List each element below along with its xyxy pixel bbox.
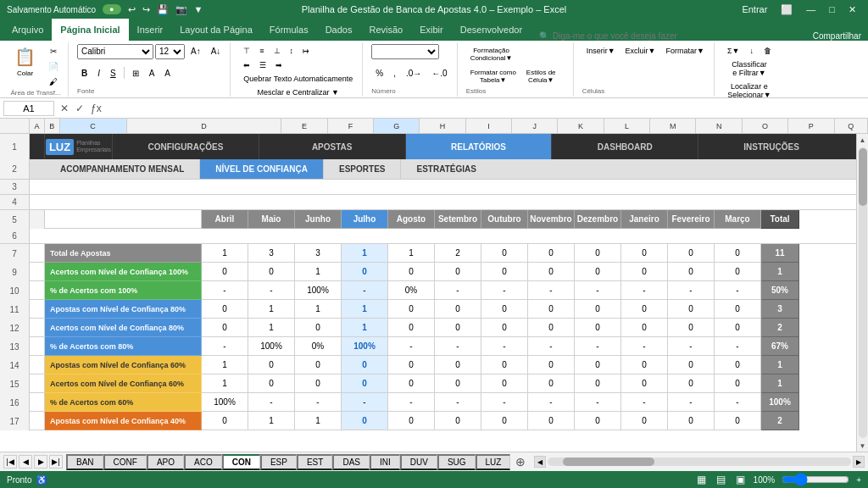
vertical-scrollbar[interactable]: ▲ ▼ — [856, 134, 868, 452]
cell-a-10[interactable] — [30, 281, 45, 300]
scroll-thumb[interactable] — [859, 148, 867, 207]
tab-exibir[interactable]: Exibir — [411, 19, 452, 41]
sheet-tab-esp[interactable]: ESP — [260, 454, 297, 470]
insert-function-button[interactable]: ƒx — [88, 103, 104, 114]
zoom-slider[interactable] — [782, 473, 849, 486]
cell-4-17[interactable]: 0 — [388, 412, 435, 430]
scroll-track[interactable] — [859, 147, 867, 438]
cell-10-12[interactable]: 0 — [668, 319, 715, 337]
cell-8-11[interactable]: 0 — [575, 300, 621, 319]
label-7[interactable]: Total de Apostas — [45, 244, 202, 263]
cell-7-13[interactable]: - — [528, 337, 575, 356]
tab-layout[interactable]: Layout da Página — [171, 19, 261, 41]
cell-0-13[interactable]: - — [202, 337, 248, 356]
align-left-button[interactable]: ⬅ — [239, 58, 254, 72]
sheet-tab-das[interactable]: DAS — [332, 454, 370, 470]
cell-4-7[interactable]: 1 — [388, 244, 435, 263]
autosave-toggle[interactable]: ● — [103, 4, 120, 14]
page-break-view-button[interactable]: ▣ — [734, 474, 747, 485]
cell-10-7[interactable]: 0 — [668, 244, 715, 263]
cell-6-7[interactable]: 0 — [481, 244, 528, 263]
cell-8-16[interactable]: - — [575, 393, 621, 412]
nav-tab-apostas[interactable]: APOSTAS — [259, 134, 406, 159]
cell-2-9[interactable]: 1 — [295, 263, 342, 281]
bold-button[interactable]: B — [77, 66, 92, 80]
scroll-up-button[interactable]: ▲ — [857, 134, 869, 146]
cell-3-15[interactable]: 0 — [342, 374, 388, 393]
cell-0-7[interactable]: 1 — [202, 244, 248, 263]
cell-1-13[interactable]: 100% — [248, 337, 295, 356]
autosum-button[interactable]: Σ▼ — [723, 44, 743, 58]
search-input[interactable] — [553, 31, 722, 41]
tab-revisao[interactable]: Revisão — [360, 19, 411, 41]
cell-10-13[interactable]: - — [668, 337, 715, 356]
merge-center-button[interactable]: Mesclar e Centralizar ▼ — [239, 86, 357, 99]
fill-color-button[interactable]: A — [145, 66, 159, 80]
cell-6-17[interactable]: 0 — [481, 412, 528, 430]
cell-a-16[interactable] — [30, 393, 45, 412]
cell-a-13[interactable] — [30, 337, 45, 356]
cell-4-13[interactable]: - — [388, 337, 435, 356]
percent-button[interactable]: % — [371, 66, 387, 80]
cell-7-10[interactable]: - — [528, 281, 575, 300]
cell-10-14[interactable]: 0 — [668, 356, 715, 374]
sheet-last-button[interactable]: ▶| — [49, 455, 63, 469]
text-direction-button[interactable]: ↕ — [286, 44, 298, 58]
insert-cell-button[interactable]: Inserir▼ — [582, 44, 620, 58]
cell-2-11[interactable]: 1 — [295, 300, 342, 319]
cell-a-17[interactable] — [30, 412, 45, 430]
cell-8-10[interactable]: - — [575, 281, 621, 300]
cell-4-14[interactable]: 0 — [388, 356, 435, 374]
tab-desenvolvedor[interactable]: Desenvolvedor — [452, 19, 531, 41]
cell-a-7[interactable] — [30, 244, 45, 263]
copy-button[interactable]: 📄 — [44, 59, 63, 74]
maximize-button[interactable]: □ — [824, 3, 840, 16]
format-cell-button[interactable]: Formatar▼ — [661, 44, 708, 58]
cell-5-7[interactable]: 2 — [435, 244, 481, 263]
cell-a-11[interactable] — [30, 300, 45, 319]
cell-8-9[interactable]: 0 — [575, 263, 621, 281]
cell-10-16[interactable]: - — [668, 393, 715, 412]
cell-5-14[interactable]: 0 — [435, 356, 481, 374]
cell-9-7[interactable]: 0 — [621, 244, 668, 263]
cell-8-12[interactable]: 0 — [575, 319, 621, 337]
cell-0-10[interactable]: - — [202, 281, 248, 300]
underline-button[interactable]: S — [106, 66, 120, 80]
cell-0-17[interactable]: 0 — [202, 412, 248, 430]
cell-5-10[interactable]: - — [435, 281, 481, 300]
font-size-select[interactable]: 12 — [155, 44, 185, 59]
label-16[interactable]: % de Acertos com 60% — [45, 393, 202, 412]
col-header-b[interactable]: B — [45, 119, 60, 133]
comma-button[interactable]: , — [389, 66, 400, 80]
cell-reference-input[interactable] — [3, 101, 54, 116]
cell-a-12[interactable] — [30, 319, 45, 337]
col-header-a[interactable]: A — [30, 119, 45, 133]
sheet-tab-sug[interactable]: SUG — [437, 454, 476, 470]
fill-button[interactable]: ↓ — [745, 44, 758, 58]
cell-4-12[interactable]: 0 — [388, 319, 435, 337]
col-header-n[interactable]: N — [696, 119, 742, 133]
decrease-decimal-button[interactable]: ←.0 — [427, 66, 451, 80]
cell-2-13[interactable]: 0% — [295, 337, 342, 356]
align-bottom-button[interactable]: ⊥ — [270, 44, 285, 58]
cell-10-10[interactable]: - — [668, 281, 715, 300]
cell-7-11[interactable]: 0 — [528, 300, 575, 319]
cell-5-15[interactable]: 0 — [435, 374, 481, 393]
nav-tab-relatorios[interactable]: RELATÓRIOS — [406, 134, 553, 159]
cell-6-16[interactable]: - — [481, 393, 528, 412]
wrap-text-button[interactable]: Quebrar Texto Automaticamente — [239, 72, 357, 86]
subnav-nivel-confianca[interactable]: NÍVEL DE CONFIANÇA — [200, 159, 324, 179]
cell-1-16[interactable]: - — [248, 393, 295, 412]
cell-11-15[interactable]: 0 — [715, 374, 761, 393]
add-sheet-button[interactable]: ⊕ — [510, 455, 531, 469]
sheet-prev-button[interactable]: ◀ — [19, 455, 32, 469]
cell-9-12[interactable]: 0 — [621, 319, 668, 337]
indent-button[interactable]: ↦ — [298, 44, 314, 58]
col-header-p[interactable]: P — [788, 119, 834, 133]
cell-1-15[interactable]: 0 — [248, 374, 295, 393]
cell-7-7[interactable]: 0 — [528, 244, 575, 263]
col-header-q[interactable]: Q — [835, 119, 869, 133]
cell-0-15[interactable]: 1 — [202, 374, 248, 393]
undo-icon[interactable]: ↩ — [128, 4, 136, 15]
cell-5-11[interactable]: 0 — [435, 300, 481, 319]
